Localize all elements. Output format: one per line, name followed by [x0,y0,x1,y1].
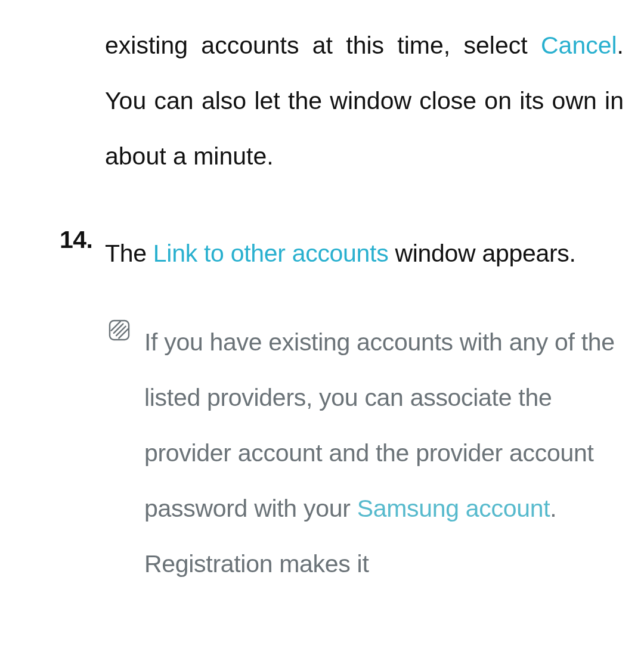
step-13-text-a: existing accounts at this time, select [105,32,541,59]
svg-line-1 [112,321,121,331]
step-13-continued-paragraph: existing accounts at this time, select C… [20,18,624,184]
step-14-number: 14. [60,226,105,281]
page-content: existing accounts at this time, select C… [0,0,644,592]
samsung-account-text: Samsung account [357,495,550,522]
cancel-link-text: Cancel [541,32,617,59]
step-14-text-a: The [105,240,153,267]
step-14-text-b: window appears. [388,240,575,267]
link-to-other-accounts-text: Link to other accounts [153,240,389,267]
svg-line-4 [119,329,128,339]
step-14: 14. The Link to other accounts window ap… [20,226,624,281]
step-14-body: The Link to other accounts window appear… [105,226,624,281]
svg-line-3 [116,327,126,336]
note-icon-column [107,315,131,592]
note-icon [107,318,131,342]
svg-line-2 [114,324,123,333]
note-text-a: If you have existing accounts with any o… [144,328,615,522]
note-block: If you have existing accounts with any o… [20,315,624,592]
note-text: If you have existing accounts with any o… [144,315,624,592]
